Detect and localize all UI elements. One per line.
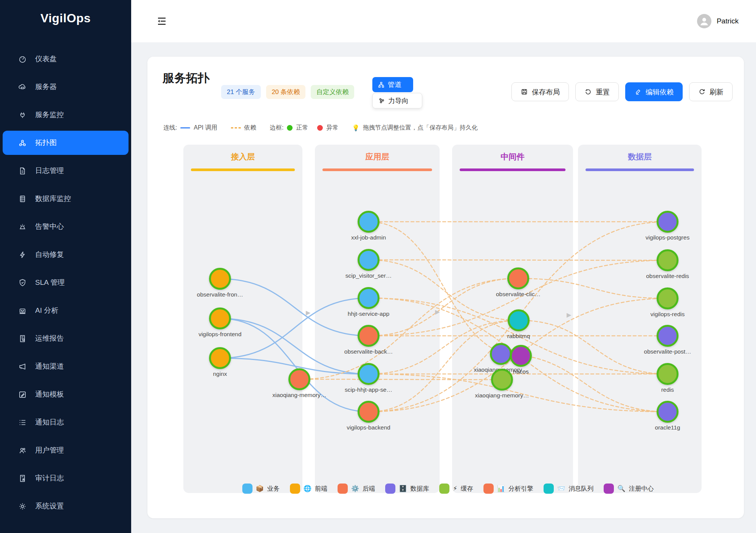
sidebar-item-notify-channel[interactable]: 通知渠道: [0, 352, 131, 380]
reset-button[interactable]: 重置: [575, 82, 619, 101]
type-color-chip: [544, 484, 554, 494]
sidebar-collapse-button[interactable]: [156, 15, 167, 27]
dep-line-sample: [231, 127, 241, 128]
robot-icon: [18, 306, 27, 315]
lightning-icon: ⚡: [453, 485, 457, 493]
normal-label: 正常: [296, 124, 308, 132]
sidebar-item-label: AI 分析: [35, 306, 58, 315]
type-legend-item: 🔍注册中心: [604, 484, 654, 494]
service-node-observalite-postgres[interactable]: [657, 325, 679, 347]
sidebar-item-auto-repair[interactable]: 自动修复: [0, 241, 131, 269]
type-label: 后端: [363, 485, 375, 493]
sidebar-item-notify-log[interactable]: 通知日志: [0, 408, 131, 436]
sidebar-item-alert-center[interactable]: 告警中心: [0, 213, 131, 241]
service-node-vigilops-redis[interactable]: [657, 287, 679, 309]
type-legend-item: ⚙️后端: [338, 484, 375, 494]
sidebar-item-ops-report[interactable]: 运维报告: [0, 324, 131, 352]
force-mode-button[interactable]: 力导向: [372, 93, 422, 108]
user-menu[interactable]: Patrick: [697, 14, 739, 28]
main-content: 服务拓扑 21 个服务 20 条依赖 自定义依赖 管道 力导向 保存布局: [131, 42, 756, 533]
normal-status-dot: [287, 125, 293, 131]
badge-row: 21 个服务 20 条依赖 自定义依赖: [221, 85, 354, 99]
service-node-redis[interactable]: [657, 363, 679, 385]
type-legend-item: 🗄️数据库: [385, 484, 429, 494]
edit-dependencies-label: 编辑依赖: [646, 87, 674, 97]
service-node-nginx[interactable]: [209, 347, 231, 369]
refresh-icon: [698, 88, 706, 96]
service-node-observalite-backend[interactable]: [358, 325, 380, 347]
pipeline-mode-button[interactable]: 管道: [372, 77, 413, 92]
type-color-chip: [338, 484, 348, 494]
sidebar-item-label: 运维报告: [35, 334, 64, 343]
top-header: Patrick: [131, 0, 756, 42]
service-node-vigilops-postgres[interactable]: [657, 211, 679, 233]
service-node-rabbitmq[interactable]: [508, 309, 530, 331]
type-label: 消息队列: [569, 485, 593, 493]
service-node-label: xiaoqiang-memory…: [267, 392, 332, 399]
service-node-xiaoqiang-memory-mid[interactable]: [490, 343, 512, 365]
service-node-oracle11g[interactable]: [657, 401, 679, 423]
sidebar-item-ai-analysis[interactable]: AI 分析: [0, 297, 131, 324]
service-node-vigilops-backend[interactable]: [358, 401, 380, 423]
type-label: 前端: [315, 485, 327, 493]
gear-icon: [18, 502, 27, 511]
sidebar-item-sla[interactable]: SLA 管理: [0, 269, 131, 297]
service-node-observalite-redis[interactable]: [657, 249, 679, 271]
action-buttons: 保存布局 重置 编辑依赖 刷新: [511, 82, 733, 101]
service-node-vigilops-frontend[interactable]: [209, 307, 231, 329]
siren-icon: [18, 222, 27, 231]
sidebar-item-servers[interactable]: 服务器: [0, 73, 131, 101]
sidebar-item-logs[interactable]: 日志管理: [0, 157, 131, 185]
service-node-label: redis: [635, 386, 700, 393]
sidebar-item-label: 通知渠道: [35, 362, 64, 371]
sidebar-item-label: 日志管理: [35, 166, 64, 176]
sidebar-item-db-monitor[interactable]: 数据库监控: [0, 185, 131, 213]
plug-icon: [18, 111, 27, 119]
edge-dep: [299, 379, 502, 380]
sidebar-item-label: 审计日志: [35, 473, 64, 483]
menu-fold-icon: [156, 15, 167, 27]
refresh-button[interactable]: 刷新: [689, 82, 733, 101]
user-name: Patrick: [717, 17, 739, 25]
sidebar-item-topology[interactable]: 拓扑图: [3, 131, 129, 155]
dependencies-count-badge: 20 条依赖: [266, 85, 306, 99]
service-node-scip-visitor-service[interactable]: [358, 249, 380, 271]
save-icon: [521, 88, 528, 96]
service-node-label: scip-hhjt-app-se…: [336, 386, 401, 393]
type-legend-item: 🌐前端: [290, 484, 327, 494]
type-legend-item: 📨消息队列: [544, 484, 593, 494]
node-type-legend: 📦业务🌐前端⚙️后端🗄️数据库⚡缓存📊分析引擎📨消息队列🔍注册中心: [164, 484, 731, 494]
sidebar-item-user-mgmt[interactable]: 用户管理: [0, 436, 131, 464]
service-node-observalite-frontend[interactable]: [209, 268, 231, 290]
service-node-label: rabbitmq: [486, 333, 551, 340]
edit-dependencies-button[interactable]: 编辑依赖: [625, 82, 683, 101]
service-node-xiaoqiang-memory-agent[interactable]: [288, 368, 310, 390]
sidebar-item-audit-log[interactable]: 审计日志: [0, 464, 131, 492]
type-color-chip: [604, 484, 614, 494]
service-node-label: observalite-back…: [336, 348, 401, 355]
service-node-label: vigilops-redis: [635, 311, 700, 318]
service-node-xxl-job-admin[interactable]: [358, 211, 380, 233]
edge-legend: 连线: API 调用 依赖 边框: 正常 异常 💡 拖拽节点调整位置，点「保存布…: [163, 124, 478, 132]
refresh-label: 刷新: [710, 87, 723, 97]
service-node-label: vigilops-postgres: [635, 234, 700, 241]
lines-label: 连线:: [163, 124, 177, 132]
sidebar-item-notify-template[interactable]: 通知模板: [0, 380, 131, 408]
sidebar-item-dashboard[interactable]: 仪表盘: [0, 45, 131, 73]
type-legend-item: ⚡缓存: [439, 484, 473, 494]
edge-dep: [369, 278, 518, 336]
edges-layer: [164, 140, 731, 501]
bar-chart-icon: 📊: [497, 485, 505, 493]
service-node-xiaoqiang-memory-cache[interactable]: [491, 369, 513, 391]
column-flow-arrow-icon: ▶: [567, 311, 571, 318]
save-layout-button[interactable]: 保存布局: [511, 82, 569, 101]
service-node-observalite-clickhouse[interactable]: [507, 267, 529, 289]
service-node-hhjt-service-app[interactable]: [358, 287, 380, 309]
sidebar-item-service-monitor[interactable]: 服务监控: [0, 101, 131, 129]
service-node-scip-hhjt-app-service[interactable]: [358, 363, 380, 385]
sidebar-item-label: 拓扑图: [35, 138, 57, 148]
service-node-nacos[interactable]: [510, 345, 532, 367]
type-label: 缓存: [461, 485, 473, 493]
pipeline-mode-label: 管道: [388, 80, 401, 89]
sidebar-item-settings[interactable]: 系统设置: [0, 492, 131, 520]
